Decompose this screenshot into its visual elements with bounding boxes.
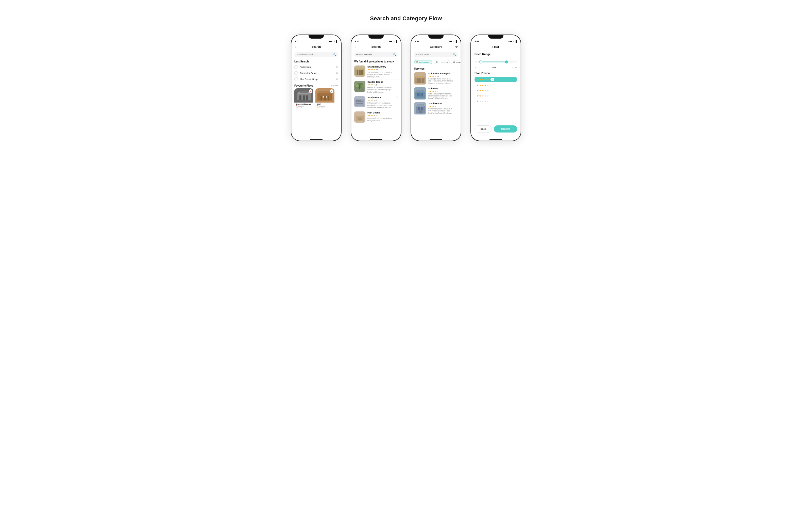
nav-title-1: Search <box>311 45 321 48</box>
heart-btn-study[interactable]: ♡ <box>396 96 398 99</box>
svg-rect-18 <box>359 70 361 75</box>
accommodation-icon: 🏠 <box>416 61 418 63</box>
status-icons-2: ●●● ▲ ▊ <box>389 40 397 43</box>
cat-desc-hostel: Conveniently set in Shanghai, Hi City In… <box>428 108 454 114</box>
search-input-2[interactable] <box>356 53 392 56</box>
card-loc-museum: 📍 Shangh... <box>295 105 312 107</box>
remove-btn-3[interactable]: ✕ <box>336 78 338 81</box>
heart-btn-sidhome[interactable]: ♡ <box>456 87 458 90</box>
back-button-1[interactable]: ← <box>294 45 298 49</box>
svg-rect-4 <box>300 96 302 100</box>
star-1-2: ★ <box>477 95 479 97</box>
heart-badge-museum: ♥ <box>309 89 313 93</box>
fav-card-museum[interactable]: ♥ Shanghai Museum 📍 Shangh... ★★★★ 4.4 <box>294 88 314 109</box>
nav-bar-3: ← Category ⊕ <box>411 43 461 50</box>
battery-icon-2: ▊ <box>396 40 397 43</box>
svg-rect-17 <box>357 70 358 75</box>
rating-sukhothai: 4.8 <box>437 76 439 77</box>
heart-btn-garden[interactable]: ♡ <box>396 81 398 83</box>
back-button-2[interactable]: ← <box>354 45 358 49</box>
place-desc-study: In the small room, tables are arranged o… <box>367 102 394 109</box>
rating-num-museum: 4.4 <box>301 107 303 109</box>
search-bar-1[interactable]: 🔍 <box>294 52 338 57</box>
search-bar-wrap-1: 🔍 <box>291 50 341 59</box>
cat-desc-sidhome: Sid & Memory Apartment offers stylish ac… <box>428 93 454 99</box>
wifi-icon-2: ▲ <box>393 40 395 43</box>
home-indicator-4 <box>490 139 502 140</box>
price-range-slider[interactable] <box>475 58 517 66</box>
star-3-4: ★ <box>482 84 484 87</box>
nav-title-2: Search <box>372 45 381 48</box>
search-bar-2[interactable]: 🔍 <box>354 52 398 57</box>
remove-btn-2[interactable]: ✕ <box>336 72 338 74</box>
heart-btn-sukhothai[interactable]: ♡ <box>456 72 458 75</box>
cat-desc-sukhothai: Boasting a fitness centre, a bar and 2 r… <box>428 78 454 84</box>
back-button-3[interactable]: ← <box>414 45 417 49</box>
phone-2-content: ← Search 🔍 We found 4 quiet places to st… <box>351 43 401 138</box>
list-item-1: Apple store ✕ <box>291 64 341 70</box>
svg-point-24 <box>356 84 359 87</box>
remove-btn-1[interactable]: ✕ <box>336 66 338 68</box>
star-2-3: ★ <box>479 89 481 92</box>
rating-num-icbc: 4.1 <box>322 107 324 109</box>
place-info-pain: Pain Chaud ★★★★ 4.2 A cozy cafe perfect … <box>367 112 394 122</box>
fav-card-icbc[interactable]: 中信 ♥ ICBC 📍 Shanghai ★★★★ <box>315 88 334 109</box>
confirm-button[interactable]: Confirm <box>494 125 517 132</box>
search-icon-3: 🔍 <box>453 53 456 56</box>
heart-btn-hostel[interactable]: ♡ <box>456 102 458 105</box>
star-5-2: ★ <box>487 95 489 97</box>
search-icon-2: 🔍 <box>393 53 396 56</box>
heart-btn-pain[interactable]: ♡ <box>396 112 398 114</box>
star-option-4[interactable]: ★ ★ ★ ★ ★ <box>475 83 517 88</box>
nav-title-4: Filter <box>493 45 499 48</box>
filter-icon-3[interactable]: ⊕ <box>455 45 458 48</box>
price-min: $0 <box>475 67 477 69</box>
svg-rect-34 <box>357 114 363 116</box>
star-option-1[interactable]: ★ ★ ★ ★ ★ <box>475 99 517 103</box>
svg-rect-5 <box>303 96 305 100</box>
rating-sidhome: 4.4 <box>435 91 438 92</box>
cat-item-2: Sidhome ★★★★ 4.4 Sid & Memory Apartment … <box>411 86 461 101</box>
back-button-4[interactable]: ← <box>474 45 477 49</box>
signal-icon-1: ●●● <box>329 40 333 43</box>
search-input-3[interactable] <box>416 53 452 56</box>
back-button[interactable]: Back <box>475 125 492 132</box>
cat-info-sukhothai: Sukhothai Shanghai ★★★★★ 4.8 Boasting a … <box>428 72 454 84</box>
stars-row-1: ★ ★ ★ ★ ★ <box>477 100 489 102</box>
cat-item-1: Sukhothai Shanghai ★★★★★ 4.8 Boasting a … <box>411 71 461 86</box>
battery-icon-3: ▊ <box>456 40 457 43</box>
cat-name-hostel: Youth Hostel <box>428 102 454 105</box>
price-range-title: Price Range <box>475 53 517 56</box>
star-2-5: ★ <box>479 78 481 81</box>
star-check-5: ✓ <box>491 78 494 81</box>
svg-point-25 <box>361 85 364 88</box>
search-input-1[interactable] <box>296 53 332 56</box>
star-option-3[interactable]: ★ ★ ★ ★ ★ <box>475 88 517 93</box>
svg-rect-35 <box>358 117 362 120</box>
star-4-2: ★ <box>484 95 487 97</box>
search-bar-3[interactable]: 🔍 <box>414 52 458 57</box>
star-option-5[interactable]: ★ ★ ★ ★ ★ ✓ <box>475 77 517 82</box>
place-img-study <box>354 96 365 108</box>
svg-rect-52 <box>421 108 423 110</box>
star-option-2[interactable]: ★ ★ ★ ★ ★ <box>475 94 517 98</box>
filter-buttons: Back Confirm <box>471 123 521 135</box>
price-thumb-left[interactable] <box>479 60 482 63</box>
star-4-4: ★ <box>484 84 487 87</box>
chip-label-banks: Banks <box>456 61 461 63</box>
chip-accommodation[interactable]: 🏠 Accomodation <box>414 60 432 64</box>
wifi-icon-4: ▲ <box>513 40 515 43</box>
svg-rect-40 <box>419 79 421 83</box>
price-thumb-right[interactable] <box>505 60 508 63</box>
place-desc-library: The library is one of the largest librar… <box>367 71 394 78</box>
svg-rect-50 <box>417 104 424 107</box>
time-4: 9:41 <box>475 40 479 43</box>
page-title-wrap: Search and Category Flow <box>370 15 442 22</box>
chip-it[interactable]: 💻 IT Services <box>434 60 450 64</box>
heart-btn-library[interactable]: ♡ <box>396 66 398 68</box>
cat-img-sidhome <box>414 87 426 100</box>
chip-banks[interactable]: 🏦 Banks <box>451 60 461 64</box>
status-icons-1: ●●● ▲ ▊ <box>329 40 337 43</box>
explore-button[interactable]: Explore <box>331 85 338 87</box>
phone-1-content: ← Search 🔍 Last Search Apple store ✕ Com… <box>291 43 341 138</box>
